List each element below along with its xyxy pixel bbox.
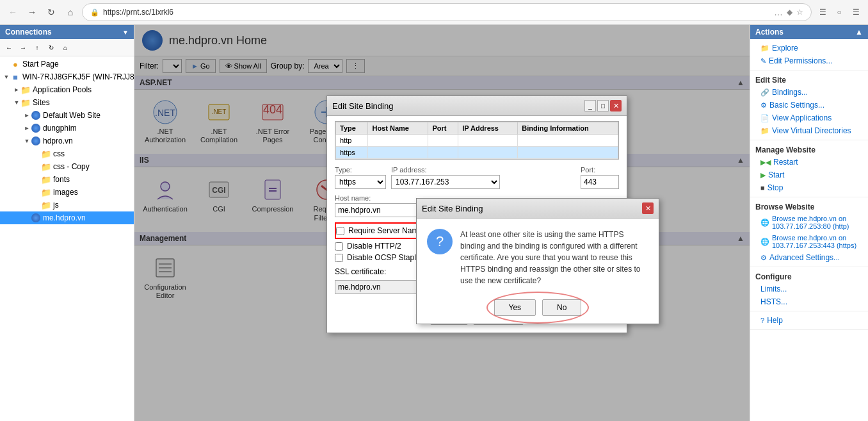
- sidebar-item-images[interactable]: 📁 images: [0, 186, 134, 199]
- actions-title: Actions: [755, 28, 784, 37]
- startpage-label: Start Page: [22, 60, 59, 69]
- edit-binding-title: Edit Site Binding: [332, 101, 393, 111]
- sidebar-item-css-copy[interactable]: 📁 css - Copy: [0, 160, 134, 173]
- sidebar-tree: ● Start Page ▼ ■ WIN-7RJJ8GFKJ5F (WIN-7R…: [0, 56, 134, 421]
- sidebar-up-btn[interactable]: ↑: [31, 41, 44, 54]
- hdpro-label: hdpro.vn: [43, 136, 73, 145]
- disable-ocsp-label: Disable OCSP Stapling: [347, 253, 426, 262]
- disable-http2-checkbox[interactable]: [335, 242, 343, 251]
- actions-section-help: ? Help: [750, 311, 868, 330]
- sidebar-back-btn[interactable]: ←: [3, 41, 15, 54]
- sidebar-item-me-hdpro[interactable]: me.hdpro.vn: [0, 211, 134, 224]
- back-button[interactable]: ←: [5, 4, 20, 20]
- account-button[interactable]: ○: [832, 5, 846, 19]
- sidebar: Connections ▼ ← → ↑ ↻ ⌂ ● Start Page ▼ ■…: [0, 25, 134, 421]
- startpage-icon: ●: [10, 59, 20, 69]
- css-icon: 📁: [41, 149, 51, 159]
- sidebar-home-btn[interactable]: ⌂: [59, 41, 72, 54]
- action-limits[interactable]: Limits...: [750, 283, 868, 295]
- port-label: Port:: [581, 166, 619, 174]
- js-icon: 📁: [41, 200, 51, 210]
- type-label: Type:: [335, 166, 386, 174]
- bindings-icon: 🔗: [760, 88, 769, 97]
- no-button[interactable]: No: [542, 299, 581, 316]
- action-stop[interactable]: ■ Stop: [750, 181, 868, 194]
- server-icon: ■: [10, 72, 20, 82]
- edit-site-section-title: Edit Site: [750, 73, 868, 86]
- sidebar-forward-btn[interactable]: →: [17, 41, 29, 54]
- apppools-label: Application Pools: [33, 85, 92, 94]
- dialog-minimize-btn[interactable]: _: [584, 100, 596, 111]
- action-bindings[interactable]: 🔗 Bindings...: [750, 86, 868, 99]
- binding-row-http[interactable]: http: [336, 135, 618, 147]
- actions-section-browse: Browse Website 🌐 Browse me.hdpro.vn on 1…: [750, 197, 868, 267]
- sidebar-item-sites[interactable]: ▼ 📁 Sites: [0, 96, 134, 109]
- sidebar-title: Connections: [5, 28, 52, 37]
- action-help[interactable]: ? Help: [750, 314, 868, 327]
- sidebar-item-hdpro[interactable]: ▼ hdpro.vn: [0, 135, 134, 147]
- action-browse-https[interactable]: 🌐 Browse me.hdpro.vn on 103.77.167.253:4…: [750, 232, 868, 251]
- confirm-title-bar: Edit Site Binding ✕: [417, 199, 659, 219]
- browser-actions: ☰ ○ ☰: [816, 5, 863, 19]
- url-text: https://prnt.sc/1ixrkl6: [103, 8, 770, 17]
- dungphim-label: dungphim: [43, 124, 77, 133]
- browse-http-icon: 🌐: [760, 219, 769, 227]
- view-dirs-icon: 📁: [760, 127, 769, 135]
- edit-binding-close-btn[interactable]: ✕: [610, 100, 622, 111]
- sidebar-item-startpage[interactable]: ● Start Page: [0, 58, 134, 70]
- actions-header: Actions ▲: [750, 25, 868, 39]
- yes-button[interactable]: Yes: [494, 299, 536, 316]
- browser-chrome: ← → ↻ ⌂ 🔒 https://prnt.sc/1ixrkl6 … ◆ ☆ …: [0, 0, 868, 25]
- edit-binding-title-bar: Edit Site Binding _ □ ✕: [327, 96, 627, 116]
- sites-icon: 📁: [20, 97, 31, 108]
- sni-checkbox[interactable]: [336, 227, 344, 235]
- browse-website-title: Browse Website: [750, 200, 868, 213]
- me-hdpro-icon: [31, 213, 41, 223]
- action-edit-permissions[interactable]: ✎ Edit Permissions...: [750, 54, 868, 67]
- sidebar-item-fonts[interactable]: 📁 fonts: [0, 173, 134, 186]
- action-advanced-settings[interactable]: ⚙ Advanced Settings...: [750, 251, 868, 264]
- sidebar-item-apppools[interactable]: ► 📁 Application Pools: [0, 83, 134, 96]
- fonts-icon: 📁: [41, 174, 51, 185]
- sidebar-item-js[interactable]: 📁 js: [0, 199, 134, 211]
- sidebar-item-server[interactable]: ▼ ■ WIN-7RJJ8GFKJ5F (WIN-7RJJ8: [0, 70, 134, 83]
- binding-table: Type Host Name Port IP Address Binding I…: [335, 122, 618, 159]
- action-hsts[interactable]: HSTS...: [750, 295, 868, 308]
- action-view-virtual-dirs[interactable]: 📁 View Virtual Directories: [750, 124, 868, 137]
- forward-button[interactable]: →: [24, 4, 40, 20]
- fonts-label: fonts: [53, 175, 70, 184]
- sidebar-refresh-btn[interactable]: ↻: [45, 41, 58, 54]
- start-icon: ▶: [760, 171, 766, 179]
- hdpro-icon: [31, 136, 41, 146]
- port-input[interactable]: [581, 175, 619, 189]
- action-browse-http[interactable]: 🌐 Browse me.hdpro.vn on 103.77.167.253:8…: [750, 213, 868, 232]
- binding-row-https[interactable]: https: [336, 147, 618, 159]
- actions-collapse-icon: ▲: [855, 28, 863, 37]
- action-restart[interactable]: ▶◀ Restart: [750, 156, 868, 169]
- actions-section-edit-site: Edit Site 🔗 Bindings... ⚙ Basic Settings…: [750, 70, 868, 140]
- action-view-applications[interactable]: 📄 View Applications: [750, 111, 868, 124]
- ip-select[interactable]: 103.77.167.253: [391, 175, 500, 189]
- confirm-close-btn[interactable]: ✕: [642, 202, 654, 214]
- dialog-maximize-btn[interactable]: □: [597, 100, 609, 111]
- browser-toolbar: ← → ↻ ⌂ 🔒 https://prnt.sc/1ixrkl6 … ◆ ☆ …: [0, 0, 868, 24]
- home-button[interactable]: ⌂: [63, 4, 78, 20]
- type-select[interactable]: https: [335, 175, 386, 189]
- sidebar-item-dungphim[interactable]: ► dungphim: [0, 122, 134, 135]
- action-start[interactable]: ▶ Start: [750, 169, 868, 181]
- reload-button[interactable]: ↻: [44, 4, 59, 20]
- extensions-button[interactable]: ☰: [816, 5, 830, 19]
- sidebar-item-defaultweb[interactable]: ► Default Web Site: [0, 109, 134, 122]
- defaultweb-label: Default Web Site: [43, 111, 100, 120]
- menu-button[interactable]: ☰: [849, 5, 863, 19]
- explore-icon: 📁: [760, 44, 769, 53]
- confirm-title: Edit Site Binding: [422, 204, 483, 213]
- apppools-icon: 📁: [20, 85, 31, 95]
- restart-icon: ▶◀: [760, 158, 771, 167]
- disable-ocsp-checkbox[interactable]: [335, 254, 343, 262]
- address-bar: 🔒 https://prnt.sc/1ixrkl6 … ◆ ☆: [82, 3, 812, 21]
- action-basic-settings[interactable]: ⚙ Basic Settings...: [750, 99, 868, 111]
- dialog-overlay: Edit Site Binding _ □ ✕ Type: [134, 25, 750, 421]
- sidebar-item-css[interactable]: 📁 css: [0, 147, 134, 160]
- action-explore[interactable]: 📁 Explore: [750, 42, 868, 54]
